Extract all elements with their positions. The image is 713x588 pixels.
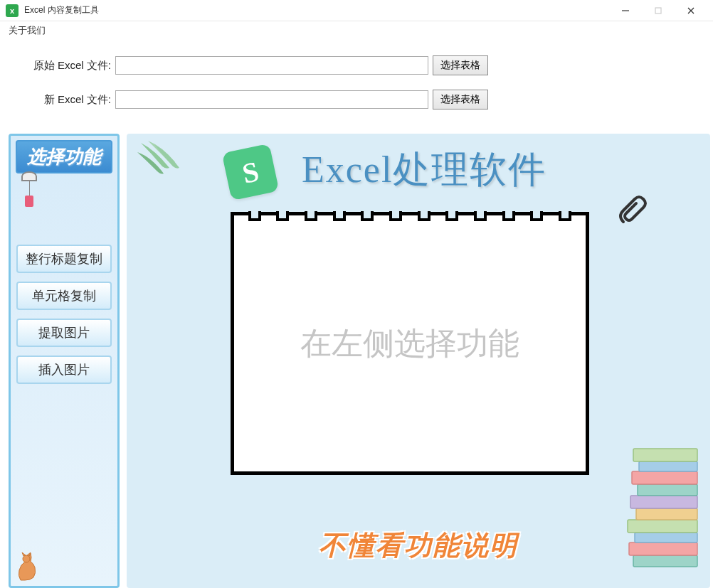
svg-rect-5 [633,555,697,567]
titlebar: Excel 内容复制工具 [0,0,713,21]
extract-image-button[interactable]: 提取图片 [16,319,112,347]
paperclip-icon [611,192,650,232]
new-file-browse-button[interactable]: 选择表格 [433,90,488,109]
svg-rect-7 [635,533,697,542]
svg-rect-13 [639,461,697,471]
menubar: 关于我们 [0,21,713,38]
note-placeholder-text: 在左侧选择功能 [300,323,519,365]
window-controls [609,0,707,21]
insert-image-button[interactable]: 插入图片 [16,356,112,384]
svg-rect-10 [630,496,697,508]
row-title-copy-button[interactable]: 整行标题复制 [16,245,112,273]
original-file-row: 原始 Excel 文件: 选择表格 [23,55,690,75]
sidebar-heading: 选择功能 [16,140,112,173]
new-file-label: 新 Excel 文件: [23,93,115,107]
bamboo-leaves-icon [134,139,198,189]
original-file-label: 原始 Excel 文件: [23,59,115,73]
app-headline: Excel处理软件 [302,145,546,195]
svg-rect-12 [632,471,697,484]
maximize-button[interactable] [642,0,675,21]
svg-rect-6 [629,542,697,555]
cell-copy-button[interactable]: 单元格复制 [16,282,112,310]
books-stack-icon [619,434,704,577]
svg-rect-11 [638,484,697,496]
cat-decoration-icon [15,547,45,582]
svg-point-4 [23,555,30,562]
note-body: 在左侧选择功能 [231,212,589,475]
svg-rect-9 [636,508,697,520]
new-file-row: 新 Excel 文件: 选择表格 [23,90,690,109]
window-title: Excel 内容复制工具 [24,4,609,16]
new-file-input[interactable] [115,90,428,109]
original-file-browse-button[interactable]: 选择表格 [433,55,488,75]
main-area: 选择功能 整行标题复制 单元格复制 提取图片 插入图片 S [0,131,713,588]
svg-rect-8 [628,520,697,533]
sidebar-button-list: 整行标题复制 单元格复制 提取图片 插入图片 [14,245,115,384]
close-button[interactable] [675,0,707,21]
note-notches [231,211,589,225]
sidebar: 选择功能 整行标题复制 单元格复制 提取图片 插入图片 [9,134,120,588]
spreadsheet-icon: S [222,144,280,201]
svg-rect-14 [633,449,697,461]
original-file-input[interactable] [115,56,428,75]
app-icon [6,4,19,17]
wind-chime-icon [19,171,39,214]
file-selector-panel: 原始 Excel 文件: 选择表格 新 Excel 文件: 选择表格 [0,38,713,131]
spreadsheet-icon-letter: S [239,154,262,191]
minimize-button[interactable] [609,0,642,21]
content-panel: S Excel处理软件 在左侧选择功能 不懂看功能说明 [127,134,710,588]
svg-rect-1 [655,8,661,14]
menu-about[interactable]: 关于我们 [6,23,48,38]
note-paper: 在左侧选择功能 [231,212,589,475]
